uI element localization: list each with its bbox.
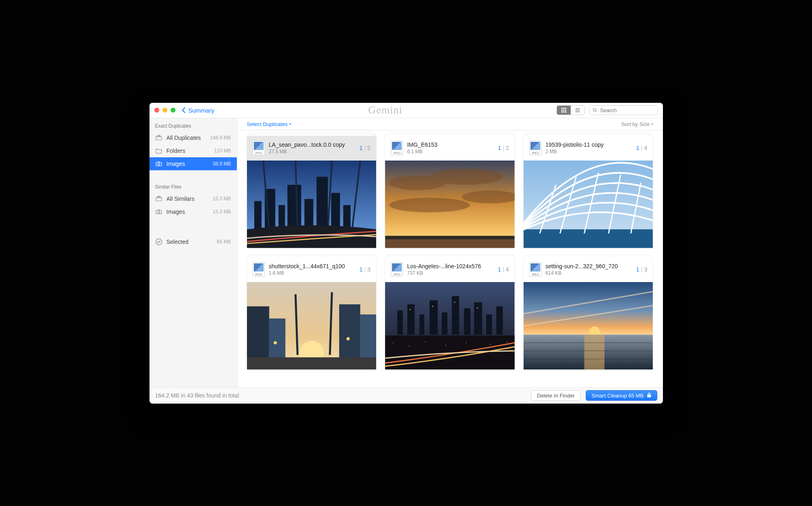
sidebar-item-similar-images[interactable]: Images 15.3 MB bbox=[149, 205, 237, 218]
card-header: JPEGsetting-sun-2...322_960_720614 KB1|3 bbox=[524, 257, 653, 282]
svg-rect-68 bbox=[486, 314, 492, 334]
grid-icon bbox=[561, 107, 567, 113]
back-label: Summary bbox=[188, 107, 214, 114]
svg-point-19 bbox=[158, 211, 160, 213]
svg-point-76 bbox=[425, 341, 426, 342]
main-content: Select Duplicates▾ Sort by Size▾ JPEGLA_… bbox=[237, 118, 663, 387]
search-input[interactable] bbox=[599, 107, 654, 114]
back-to-summary-button[interactable]: Summary bbox=[181, 107, 214, 114]
card-filesize: 27.5 MB bbox=[269, 149, 355, 154]
svg-rect-61 bbox=[407, 304, 415, 334]
card-thumbnail bbox=[247, 161, 377, 248]
card-count: 1|5 bbox=[359, 145, 370, 151]
close-window-button[interactable] bbox=[154, 108, 159, 113]
svg-rect-7 bbox=[563, 111, 564, 113]
svg-rect-42 bbox=[524, 229, 653, 248]
folder-icon bbox=[155, 148, 162, 154]
svg-rect-25 bbox=[287, 185, 301, 229]
svg-point-70 bbox=[410, 309, 411, 310]
result-card[interactable]: JPEGLA_sean_pavo...tock.0.0 copy27.5 MB1… bbox=[247, 135, 377, 248]
window-controls bbox=[154, 108, 175, 113]
svg-point-36 bbox=[430, 168, 502, 185]
card-count: 1|3 bbox=[636, 266, 647, 273]
svg-rect-22 bbox=[254, 201, 261, 229]
sidebar-item-size: 15.3 MB bbox=[213, 196, 231, 202]
card-count: 1|4 bbox=[498, 266, 509, 273]
titlebar: Summary Gemini bbox=[149, 103, 663, 118]
sidebar-item-size: 38.9 MB bbox=[213, 161, 231, 167]
sidebar-item-label: Folders bbox=[167, 148, 210, 154]
svg-rect-60 bbox=[397, 310, 403, 334]
camera-icon bbox=[155, 161, 162, 167]
svg-rect-4 bbox=[563, 110, 564, 111]
result-card[interactable]: JPEG19539-pistiolis-11 copy2 MB1|4 bbox=[524, 135, 653, 248]
svg-rect-6 bbox=[561, 111, 563, 113]
svg-rect-3 bbox=[561, 110, 563, 111]
result-card[interactable]: JPEGLos-Angeles-...line-1024x576737 KB1|… bbox=[385, 257, 515, 369]
sort-menu[interactable]: Sort by Size▾ bbox=[621, 121, 653, 127]
svg-point-78 bbox=[466, 342, 466, 343]
svg-rect-14 bbox=[156, 137, 162, 140]
app-title: Gemini bbox=[218, 105, 553, 115]
result-card[interactable]: JPEGsetting-sun-2...322_960_720614 KB1|3 bbox=[524, 257, 653, 369]
sidebar-item-size: 110 MB bbox=[214, 148, 231, 154]
sidebar-item-selected[interactable]: Selected 65 MB bbox=[149, 235, 237, 248]
view-toggle bbox=[556, 105, 585, 115]
gemini-logo: Gemini bbox=[368, 105, 403, 115]
sidebar-section-title: Exact Duplicates bbox=[149, 122, 237, 131]
svg-rect-86 bbox=[584, 334, 604, 369]
card-thumbnail bbox=[524, 161, 653, 248]
result-card[interactable]: JPEGIMG_E61536.1 MB1|2 bbox=[385, 135, 515, 248]
sidebar-item-all-similars[interactable]: All Similars 15.3 MB bbox=[149, 192, 237, 205]
sidebar-item-folders[interactable]: Folders 110 MB bbox=[149, 144, 237, 157]
card-count: 1|3 bbox=[359, 266, 370, 273]
delete-in-finder-button[interactable]: Delete In Finder bbox=[531, 390, 581, 401]
stack-icon bbox=[155, 196, 162, 202]
list-view-button[interactable] bbox=[571, 106, 585, 115]
grid-view-button[interactable] bbox=[557, 106, 571, 115]
sidebar-item-images[interactable]: Images 38.9 MB bbox=[149, 157, 237, 170]
svg-rect-0 bbox=[561, 108, 563, 109]
minimize-window-button[interactable] bbox=[162, 108, 167, 113]
subtoolbar: Select Duplicates▾ Sort by Size▾ bbox=[237, 118, 663, 130]
sidebar-item-all-duplicates[interactable]: All Duplicates 148.9 MB bbox=[149, 131, 237, 144]
card-filename: shutterstock_1...44x671_q100 bbox=[269, 263, 355, 269]
jpeg-file-icon: JPEG bbox=[253, 262, 265, 277]
results-grid: JPEGLA_sean_pavo...tock.0.0 copy27.5 MB1… bbox=[247, 135, 653, 369]
card-header: JPEGIMG_E61536.1 MB1|2 bbox=[385, 135, 515, 161]
smart-cleanup-button[interactable]: Smart Cleanup 65 MB bbox=[586, 390, 657, 401]
select-duplicates-menu[interactable]: Select Duplicates▾ bbox=[247, 121, 291, 127]
app-window: Summary Gemini bbox=[149, 103, 663, 404]
card-count: 1|2 bbox=[498, 145, 509, 151]
chevron-down-icon: ▾ bbox=[652, 122, 653, 126]
search-field[interactable] bbox=[589, 105, 658, 115]
svg-rect-62 bbox=[420, 314, 424, 334]
svg-point-72 bbox=[454, 302, 455, 302]
result-card[interactable]: JPEGshutterstock_1...44x671_q1001.6 MB1|… bbox=[247, 257, 377, 369]
jpeg-file-icon: JPEG bbox=[253, 141, 265, 155]
svg-point-79 bbox=[490, 344, 491, 345]
card-filesize: 614 KB bbox=[546, 270, 632, 276]
card-count: 1|4 bbox=[636, 145, 647, 151]
svg-rect-24 bbox=[278, 205, 285, 229]
jpeg-file-icon: JPEG bbox=[529, 262, 541, 277]
zoom-window-button[interactable] bbox=[171, 108, 175, 113]
card-header: JPEGLos-Angeles-...line-1024x576737 KB1|… bbox=[385, 257, 515, 282]
svg-point-77 bbox=[446, 345, 446, 345]
cleanup-label: Smart Cleanup 65 MB bbox=[592, 393, 644, 399]
sidebar: Exact Duplicates All Duplicates 148.9 MB… bbox=[149, 118, 237, 387]
svg-rect-63 bbox=[430, 300, 438, 334]
sidebar-section-title: Similar Files bbox=[149, 182, 237, 192]
svg-rect-66 bbox=[464, 308, 470, 334]
status-text: 164.2 MB in 43 files found in total bbox=[155, 392, 526, 399]
svg-rect-65 bbox=[452, 296, 459, 334]
card-filename: 19539-pistiolis-11 copy bbox=[546, 141, 632, 148]
camera-icon bbox=[155, 209, 162, 215]
sidebar-item-label: All Similars bbox=[167, 195, 209, 202]
card-thumbnail bbox=[385, 161, 515, 248]
svg-point-75 bbox=[409, 345, 410, 346]
card-thumbnail bbox=[247, 282, 377, 369]
svg-point-16 bbox=[158, 163, 160, 165]
jpeg-file-icon: JPEG bbox=[391, 262, 403, 277]
jpeg-file-icon: JPEG bbox=[529, 141, 541, 155]
